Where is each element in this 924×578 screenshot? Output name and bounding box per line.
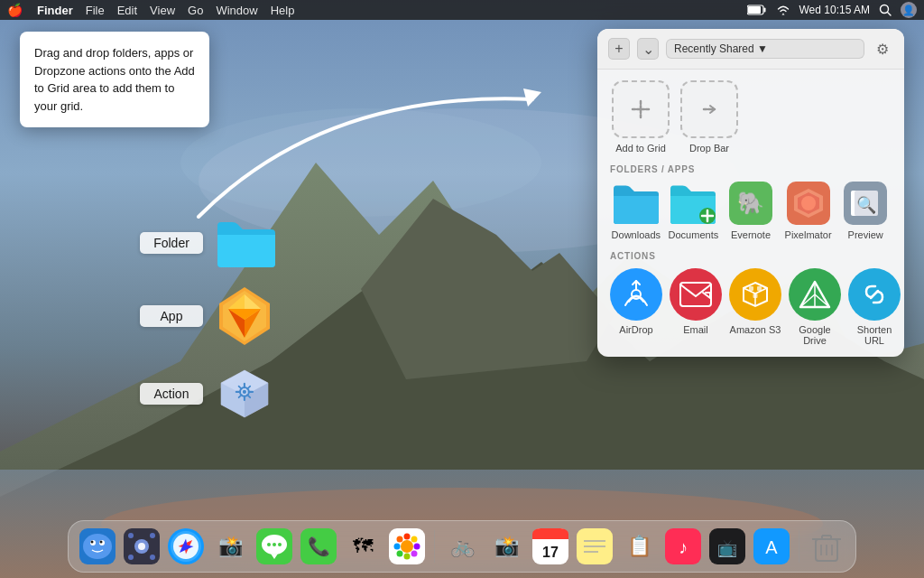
svg-point-96 (404, 534, 411, 540)
dock: 📸 📞 🗺 (68, 520, 856, 573)
airdrop-icon (610, 268, 662, 321)
dock-tv[interactable]: 📺 (707, 527, 747, 566)
google-drive-icon (789, 268, 841, 321)
svg-point-47 (801, 196, 816, 210)
dock-app-store[interactable]: A (752, 527, 791, 566)
apple-menu[interactable]: 🍎 (7, 3, 23, 17)
chevron-up-icon: ⌄ (642, 41, 654, 58)
menubar-right: Wed 10:15 AM 👤 (747, 2, 918, 18)
menubar-file[interactable]: File (86, 4, 105, 17)
menubar-view[interactable]: View (150, 4, 175, 17)
dock-separator-1 (434, 530, 435, 563)
svg-text:♪: ♪ (679, 537, 688, 557)
svg-text:17: 17 (542, 545, 559, 560)
svg-rect-60 (749, 286, 753, 291)
messages-icon (256, 528, 292, 564)
airdrop-cell[interactable]: AirDrop (610, 268, 662, 346)
svg-point-91 (278, 543, 282, 546)
dock-music[interactable]: ♪ (663, 527, 703, 566)
pixelmator-cell[interactable]: Pixelmator (782, 182, 835, 240)
menubar-time: Wed 10:15 AM (799, 4, 871, 16)
google-drive-cell[interactable]: Google Drive (789, 268, 841, 346)
svg-point-27 (243, 390, 246, 394)
dock-photos2[interactable] (387, 527, 427, 566)
dock-phone[interactable]: 📞 (299, 527, 338, 566)
menubar: 🍎 Finder File Edit View Go Window Help W… (0, 0, 924, 20)
search-icon[interactable] (879, 4, 892, 16)
recently-shared-dropdown[interactable]: Recently Shared ▼ (666, 39, 864, 59)
svg-text:🐘: 🐘 (737, 190, 764, 216)
shorten-url-cell[interactable]: Shorten URL (848, 268, 901, 346)
svg-point-95 (401, 540, 413, 553)
documents-label: Documents (669, 229, 719, 240)
svg-point-89 (267, 543, 271, 546)
menubar-left: 🍎 Finder File Edit View Go Window Help (7, 3, 294, 17)
svg-point-102 (397, 551, 403, 557)
gear-btn[interactable]: ⚙ (872, 38, 893, 60)
action-label: Action (140, 383, 203, 405)
dock-reminders[interactable]: 📋 (619, 527, 659, 566)
svg-rect-10 (763, 8, 765, 13)
dock-finder[interactable] (78, 527, 117, 566)
add-to-grid-header-btn[interactable]: + (608, 38, 630, 60)
actions-section-label: ACTIONS (610, 251, 892, 261)
app-desktop-icon (214, 285, 275, 347)
app-item[interactable]: App (140, 285, 279, 347)
folder-item[interactable]: Folder (140, 217, 279, 269)
collapse-btn[interactable]: ⌄ (637, 38, 659, 60)
dock-safari[interactable] (166, 527, 206, 566)
svg-rect-106 (532, 534, 568, 539)
dock-photos[interactable]: 📸 (210, 527, 250, 566)
photos2-icon (389, 528, 425, 564)
wifi-icon (776, 4, 790, 16)
email-label: Email (683, 324, 708, 335)
menubar-help[interactable]: Help (271, 4, 295, 17)
svg-point-103 (411, 551, 418, 557)
menubar-go[interactable]: Go (188, 4, 203, 17)
add-to-grid-cell[interactable]: Add to Grid (610, 80, 671, 154)
evernote-cell[interactable]: 🐘 Evernote (725, 182, 777, 240)
plus-icon: + (614, 41, 623, 57)
svg-point-73 (100, 541, 103, 544)
dock-maps[interactable]: 🗺 (343, 527, 383, 566)
documents-cell[interactable]: Documents (668, 182, 720, 240)
downloads-cell[interactable]: Downloads (610, 182, 662, 240)
phone-icon: 📞 (300, 528, 337, 564)
dock-screen-rec[interactable]: 📸 (486, 527, 526, 566)
menubar-edit[interactable]: Edit (117, 4, 137, 17)
svg-point-72 (91, 541, 94, 544)
dock-trash[interactable] (807, 527, 846, 566)
svg-text:🔍: 🔍 (856, 195, 877, 215)
svg-point-79 (128, 555, 134, 560)
add-to-grid-box[interactable] (612, 80, 670, 138)
folder-label: Folder (140, 232, 203, 254)
dock-notes[interactable] (575, 527, 614, 566)
svg-line-12 (888, 13, 892, 16)
panel-grid-area: Add to Grid Drop Bar FOLDERS / APPS (597, 70, 904, 357)
action-item[interactable]: Action (140, 363, 279, 424)
amazon-s3-cell[interactable]: Amazon S3 (729, 268, 781, 346)
drop-bar-box[interactable] (680, 80, 738, 138)
dock-calendar[interactable]: 17 (531, 527, 570, 566)
shorten-url-icon (848, 268, 901, 321)
folder-desktop-icon (214, 217, 279, 269)
svg-point-100 (397, 536, 403, 543)
drop-bar-label: Drop Bar (689, 143, 729, 154)
gear-icon: ⚙ (876, 41, 889, 58)
dock-messages[interactable] (254, 527, 294, 566)
evernote-label: Evernote (731, 229, 771, 240)
preview-cell[interactable]: 🔍 Preview (839, 182, 892, 240)
drop-bar-cell[interactable]: Drop Bar (679, 80, 740, 154)
menubar-app-name[interactable]: Finder (37, 4, 73, 17)
downloads-label: Downloads (612, 229, 661, 240)
svg-rect-9 (748, 6, 761, 14)
dock-launchpad[interactable] (122, 527, 162, 566)
email-cell[interactable]: Email (670, 268, 722, 346)
preview-label: Preview (848, 229, 883, 240)
amazon-s3-label: Amazon S3 (730, 324, 781, 335)
user-icon[interactable]: 👤 (901, 2, 917, 18)
dock-bike[interactable]: 🚲 (442, 527, 482, 566)
documents-folder-icon (668, 182, 718, 225)
music-icon: ♪ (665, 528, 701, 564)
menubar-window[interactable]: Window (216, 4, 257, 17)
